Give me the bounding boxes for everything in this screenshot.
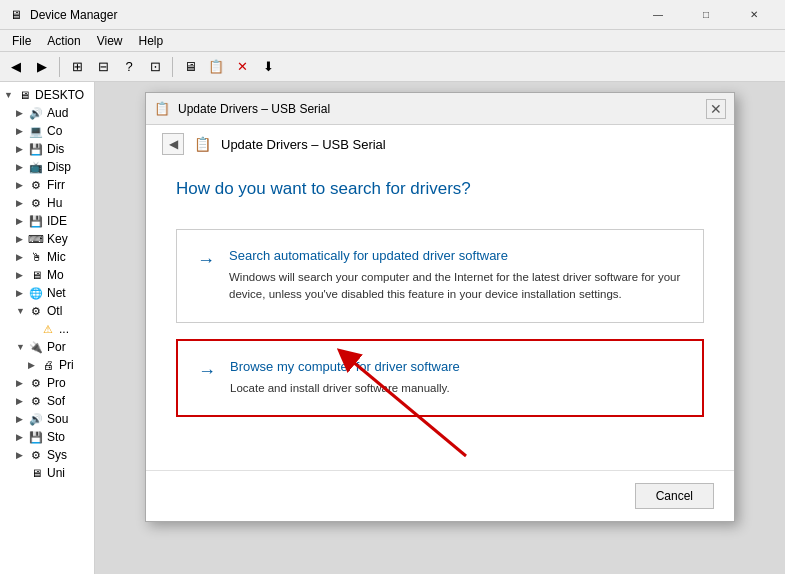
back-toolbar-btn[interactable]: ◀ [4,55,28,79]
expand-icon: ▶ [16,252,28,262]
update-driver-dialog: 📋 Update Drivers – USB Serial ✕ ◀ 📋 Upda… [145,92,735,522]
tree-item-network[interactable]: ▶ 🌐 Net [0,284,94,302]
update-btn[interactable]: 📋 [204,55,228,79]
tree-item-ports[interactable]: ▼ 🔌 Por [0,338,94,356]
cancel-button[interactable]: Cancel [635,483,714,509]
window-controls: — □ ✕ [635,0,777,30]
tree-label: IDE [47,214,67,228]
toolbar: ◀ ▶ ⊞ ⊟ ? ⊡ 🖥 📋 ✕ ⬇ [0,52,785,82]
expand-btn[interactable]: ⊞ [65,55,89,79]
expand-icon: ▶ [16,216,28,226]
menu-help[interactable]: Help [131,32,172,50]
manual-browse-content: Browse my computer for driver software L… [230,359,682,397]
menu-bar: File Action View Help [0,30,785,52]
help-btn[interactable]: ? [117,55,141,79]
tree-label: Pro [47,376,66,390]
minimize-button[interactable]: — [635,0,681,30]
tree-item-processors[interactable]: ▶ ⚙ Pro [0,374,94,392]
tree-item-system[interactable]: ▶ ⚙ Sys [0,446,94,464]
tree-item-audio[interactable]: ▶ 🔊 Aud [0,104,94,122]
tree-label: Uni [47,466,65,480]
tree-label: Co [47,124,62,138]
tree-item-disk[interactable]: ▶ 💾 Dis [0,140,94,158]
tree-item-sound[interactable]: ▶ 🔊 Sou [0,410,94,428]
tree-label: Otl [47,304,62,318]
collapse-btn[interactable]: ⊟ [91,55,115,79]
tree-item-display[interactable]: ▶ 📺 Disp [0,158,94,176]
tree-label: Net [47,286,66,300]
software-icon: ⚙ [28,393,44,409]
tree-item-firmware[interactable]: ▶ ⚙ Firr [0,176,94,194]
tree-item-computer[interactable]: ▶ 💻 Co [0,122,94,140]
forward-toolbar-btn[interactable]: ▶ [30,55,54,79]
expand-icon: ▶ [16,234,28,244]
ports-icon: 🔌 [28,339,44,355]
scan-btn[interactable]: 🖥 [178,55,202,79]
dialog-footer: Cancel [146,470,734,521]
menu-view[interactable]: View [89,32,131,50]
app-icon: 🖥 [8,7,24,23]
expand-icon: ▶ [16,180,28,190]
tree-label: Key [47,232,68,246]
menu-action[interactable]: Action [39,32,88,50]
tree-label: Firr [47,178,65,192]
dialog-back-button[interactable]: ◀ [162,133,184,155]
tree-item-unknown[interactable]: ⚠ ... [0,320,94,338]
download-btn[interactable]: ⬇ [256,55,280,79]
tree-item-hid[interactable]: ▶ ⚙ Hu [0,194,94,212]
expand-icon: ▶ [16,414,28,424]
tree-item-software[interactable]: ▶ ⚙ Sof [0,392,94,410]
dialog-question: How do you want to search for drivers? [176,179,704,199]
expand-icon: ▼ [16,342,28,352]
dialog-title-bar: 📋 Update Drivers – USB Serial ✕ [146,93,734,125]
system-icon: ⚙ [28,447,44,463]
tree-label: Disp [47,160,71,174]
expand-icon: ▶ [16,126,28,136]
tree-item-monitors[interactable]: ▶ 🖥 Mo [0,266,94,284]
tree-item-other[interactable]: ▼ ⚙ Otl [0,302,94,320]
expand-icon: ▶ [16,450,28,460]
tree-label: Sys [47,448,67,462]
tree-item-ide[interactable]: ▶ 💾 IDE [0,212,94,230]
expand-icon: ▶ [16,432,28,442]
expand-icon: ▶ [16,144,28,154]
tree-item-storage[interactable]: ▶ 💾 Sto [0,428,94,446]
storage-icon: 💾 [28,429,44,445]
keyboard-icon: ⌨ [28,231,44,247]
tree-label: ... [59,322,69,336]
dialog-device-icon: 📋 [154,101,170,117]
tree-item-keyboard[interactable]: ▶ ⌨ Key [0,230,94,248]
display-icon: 📺 [28,159,44,175]
toolbar-separator-1 [59,57,60,77]
monitors-icon: 🖥 [28,267,44,283]
option-arrow-icon: → [197,250,215,271]
auto-search-option[interactable]: → Search automatically for updated drive… [176,229,704,323]
window-title: Device Manager [30,8,635,22]
properties-btn[interactable]: ⊡ [143,55,167,79]
content-area: 📋 Update Drivers – USB Serial ✕ ◀ 📋 Upda… [95,82,785,574]
main-area: ▼ 🖥 DESKTO ▶ 🔊 Aud ▶ 💻 Co ▶ 💾 Dis ▶ 📺 Di… [0,82,785,574]
menu-file[interactable]: File [4,32,39,50]
tree-label: Sou [47,412,68,426]
hid-icon: ⚙ [28,195,44,211]
audio-icon: 🔊 [28,105,44,121]
maximize-button[interactable]: □ [683,0,729,30]
tree-item-desktop[interactable]: ▼ 🖥 DESKTO [0,86,94,104]
dialog-overlay: 📋 Update Drivers – USB Serial ✕ ◀ 📋 Upda… [95,82,785,574]
expand-icon: ▼ [4,90,16,100]
usb-icon: 🖥 [28,465,44,481]
manual-browse-option[interactable]: → Browse my computer for driver software… [176,339,704,417]
expand-icon: ▶ [16,162,28,172]
tree-item-universal[interactable]: 🖥 Uni [0,464,94,482]
close-button[interactable]: ✕ [731,0,777,30]
network-icon: 🌐 [28,285,44,301]
expand-icon: ▶ [16,378,28,388]
warning-icon: ⚠ [40,321,56,337]
option-arrow-icon: → [198,361,216,382]
auto-search-description: Windows will search your computer and th… [229,271,680,300]
uninstall-btn[interactable]: ✕ [230,55,254,79]
dialog-close-button[interactable]: ✕ [706,99,726,119]
tree-label: Hu [47,196,62,210]
tree-item-mice[interactable]: ▶ 🖱 Mic [0,248,94,266]
tree-item-printer[interactable]: ▶ 🖨 Pri [0,356,94,374]
